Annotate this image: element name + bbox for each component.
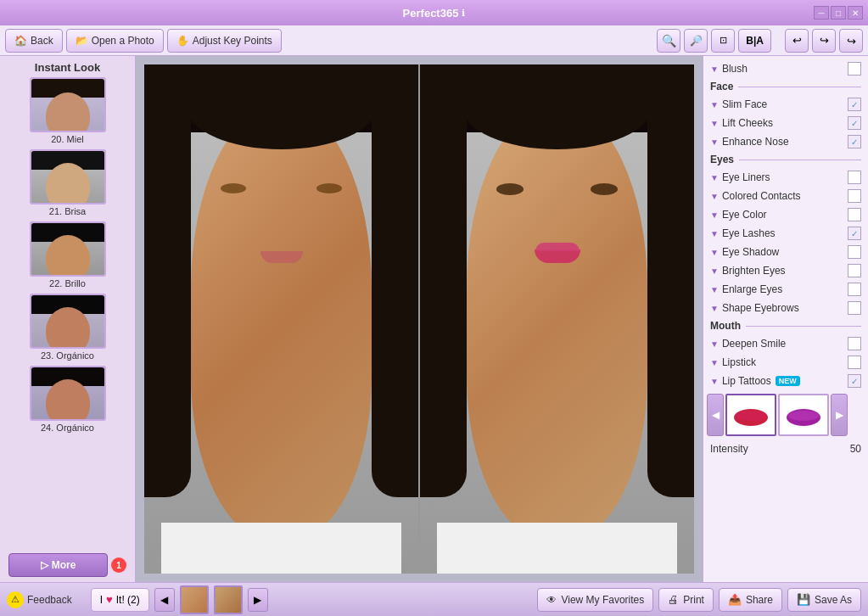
deepen-smile-arrow[interactable]: ▼ bbox=[710, 339, 719, 349]
lip-tattoos-text: Lip Tattoos bbox=[722, 375, 771, 387]
view-favorites-button[interactable]: 👁 View My Favorites bbox=[537, 588, 653, 612]
eye-liners-checkbox[interactable] bbox=[848, 171, 861, 184]
face-section-line bbox=[738, 87, 861, 87]
lip-prev-button[interactable]: ◀ bbox=[707, 394, 724, 436]
lift-cheeks-arrow[interactable]: ▼ bbox=[710, 119, 719, 128]
close-button[interactable]: ✕ bbox=[848, 6, 863, 20]
eye-color-label: Eye Color bbox=[722, 209, 844, 221]
like-button[interactable]: I ♥ It! (2) bbox=[91, 588, 149, 612]
brighten-eyes-arrow[interactable]: ▼ bbox=[710, 266, 719, 276]
enlarge-eyes-checkbox[interactable] bbox=[848, 283, 861, 296]
printer-icon: 🖨 bbox=[668, 593, 679, 606]
bia-button[interactable]: B|A bbox=[738, 29, 771, 53]
shape-eyebrows-checkbox[interactable] bbox=[848, 301, 861, 315]
shape-eyebrows-arrow[interactable]: ▼ bbox=[710, 304, 719, 313]
share-label: Share bbox=[746, 594, 773, 606]
lip-thumb-1[interactable] bbox=[725, 394, 776, 436]
eye-lashes-checkbox[interactable]: ✓ bbox=[848, 227, 861, 240]
blush-checkbox[interactable] bbox=[848, 62, 861, 76]
colored-contacts-checkbox[interactable] bbox=[848, 189, 861, 203]
more-button[interactable]: ▷ More bbox=[8, 553, 108, 577]
redo-right-button[interactable]: ↩ bbox=[839, 29, 863, 53]
save-icon: 💾 bbox=[797, 593, 810, 606]
svg-point-1 bbox=[736, 411, 766, 421]
minimize-button[interactable]: ─ bbox=[814, 6, 829, 20]
brighten-eyes-checkbox[interactable] bbox=[848, 264, 861, 277]
list-item[interactable]: 24. Orgánico bbox=[8, 366, 126, 433]
lip-tattoos-item: ▼ Lip Tattoos NEW ✓ bbox=[703, 372, 868, 390]
lip-thumb-2[interactable] bbox=[778, 394, 829, 436]
face-section-label: Face bbox=[710, 81, 733, 92]
look-thumbnail bbox=[30, 366, 106, 421]
bottom-bar: ⚠ Feedback I ♥ It! (2) ◀ ▶ 👁 View My Fav… bbox=[0, 582, 868, 616]
enhance-nose-checkbox[interactable]: ✓ bbox=[848, 135, 861, 148]
intensity-value: 50 bbox=[850, 443, 861, 455]
print-button[interactable]: 🖨 Print bbox=[658, 588, 714, 612]
look-label: 23. Orgánico bbox=[41, 350, 94, 361]
face-bg-after bbox=[420, 64, 694, 574]
eye-color-checkbox[interactable] bbox=[848, 208, 861, 221]
prev-photo-button[interactable]: ◀ bbox=[154, 588, 175, 612]
lipstick-arrow[interactable]: ▼ bbox=[710, 358, 719, 367]
next-photo-button[interactable]: ▶ bbox=[248, 588, 268, 612]
enhance-nose-arrow[interactable]: ▼ bbox=[710, 137, 719, 147]
zoom-in-icon: 🔍 bbox=[662, 34, 676, 48]
lipstick-checkbox[interactable] bbox=[848, 356, 861, 369]
eye-shadow-checkbox[interactable] bbox=[848, 245, 861, 259]
share-button[interactable]: 📤 Share bbox=[719, 588, 782, 612]
photo-thumb-after[interactable] bbox=[214, 585, 243, 614]
list-item[interactable]: 20. Miel bbox=[8, 77, 126, 144]
lift-cheeks-checkbox[interactable]: ✓ bbox=[848, 116, 861, 130]
eye-color-arrow[interactable]: ▼ bbox=[710, 210, 719, 220]
save-as-label: Save As bbox=[815, 594, 852, 606]
back-button[interactable]: 🏠 Back bbox=[5, 29, 63, 53]
eye-shadow-item: ▼ Eye Shadow bbox=[703, 243, 868, 261]
list-item[interactable]: 23. Orgánico bbox=[8, 294, 126, 361]
feedback-button[interactable]: ⚠ Feedback bbox=[7, 591, 72, 608]
enhance-nose-item: ▼ Enhance Nose ✓ bbox=[703, 132, 868, 151]
fit-button[interactable]: ⊡ bbox=[711, 29, 735, 53]
undo-button[interactable]: ↩ bbox=[785, 29, 809, 53]
blush-arrow[interactable]: ▼ bbox=[710, 64, 719, 74]
more-label: More bbox=[52, 559, 76, 571]
eye-shadow-arrow[interactable]: ▼ bbox=[710, 248, 719, 257]
lip-tattoos-arrow[interactable]: ▼ bbox=[710, 377, 719, 386]
title-bar: Perfect365 ℹ ─ □ ✕ bbox=[0, 0, 868, 25]
svg-point-3 bbox=[788, 411, 819, 421]
eyes-section-line bbox=[739, 160, 861, 160]
slim-face-arrow[interactable]: ▼ bbox=[710, 100, 719, 109]
enlarge-eyes-arrow[interactable]: ▼ bbox=[710, 285, 719, 294]
eye-lashes-arrow[interactable]: ▼ bbox=[710, 229, 719, 238]
open-photo-button[interactable]: 📂 Open a Photo bbox=[66, 29, 164, 53]
list-item[interactable]: 22. Brillo bbox=[8, 221, 126, 288]
deepen-smile-checkbox[interactable] bbox=[848, 337, 861, 350]
eye-liners-arrow[interactable]: ▼ bbox=[710, 173, 719, 182]
lip-tattoos-checkbox[interactable]: ✓ bbox=[848, 374, 861, 388]
lip-next-button[interactable]: ▶ bbox=[831, 394, 848, 436]
look-list: 20. Miel 21. Brisa 22. bbox=[0, 77, 135, 548]
window-controls: ─ □ ✕ bbox=[814, 6, 863, 20]
zoom-out-button[interactable]: 🔎 bbox=[684, 29, 708, 53]
mouth-section-label: Mouth bbox=[710, 320, 741, 332]
open-photo-icon: 📂 bbox=[76, 35, 88, 47]
intensity-row: Intensity 50 bbox=[703, 440, 868, 458]
photo-thumb-before[interactable] bbox=[180, 585, 209, 614]
look-label: 21. Brisa bbox=[49, 206, 86, 216]
feedback-icon: ⚠ bbox=[7, 591, 24, 608]
slim-face-item: ▼ Slim Face ✓ bbox=[703, 95, 868, 114]
eye-liners-label: Eye Liners bbox=[722, 171, 844, 183]
save-as-button[interactable]: 💾 Save As bbox=[787, 588, 861, 612]
list-item[interactable]: 21. Brisa bbox=[8, 149, 126, 216]
enlarge-eyes-label: Enlarge Eyes bbox=[722, 283, 844, 295]
more-button-wrap: ▷ More 1 bbox=[0, 548, 135, 582]
look-label: 24. Orgánico bbox=[41, 423, 94, 433]
eyes-section-label: Eyes bbox=[710, 154, 734, 165]
more-badge: 1 bbox=[111, 557, 126, 573]
redo-left-button[interactable]: ↪ bbox=[812, 29, 836, 53]
slim-face-checkbox[interactable]: ✓ bbox=[848, 98, 861, 111]
adjust-key-points-button[interactable]: ✋ Adjust Key Points bbox=[167, 29, 282, 53]
colored-contacts-arrow[interactable]: ▼ bbox=[710, 192, 719, 201]
zoom-in-button[interactable]: 🔍 bbox=[657, 29, 680, 53]
new-badge: NEW bbox=[776, 376, 800, 386]
maximize-button[interactable]: □ bbox=[831, 6, 846, 20]
